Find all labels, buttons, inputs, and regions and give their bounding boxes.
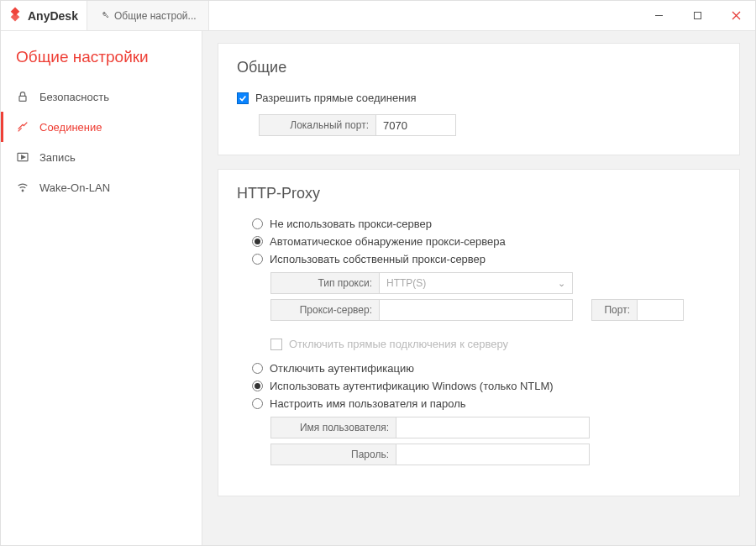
radio-autoproxy[interactable] <box>252 236 263 247</box>
radio-winauth[interactable] <box>252 381 263 391</box>
radio-winauth-label: Использовать аутентификацию Windows (тол… <box>270 380 554 392</box>
svg-rect-1 <box>11 13 20 22</box>
app-brand: AnyDesk <box>28 9 78 23</box>
proxy-pass-input[interactable] <box>396 444 590 465</box>
sidebar-item-connection[interactable]: Соединение <box>1 112 202 142</box>
sidebar-item-security[interactable]: Безопасность <box>1 81 202 112</box>
svg-marker-8 <box>22 155 25 159</box>
proxy-user-label: Имя пользователя: <box>270 417 396 438</box>
panel-proxy: HTTP-Proxy Не использовать прокси-сервер… <box>218 169 740 496</box>
radio-manualproxy[interactable] <box>252 254 263 265</box>
proxy-port-label: Порт: <box>591 299 638 321</box>
proxy-type-label: Тип прокси: <box>270 272 380 294</box>
chevron-down-icon: ⌄ <box>558 278 565 289</box>
app-logo-area: AnyDesk <box>1 1 87 30</box>
lock-icon <box>16 90 29 103</box>
svg-rect-6 <box>19 96 26 101</box>
anydesk-logo-icon <box>8 7 23 24</box>
disable-direct-checkbox[interactable] <box>270 339 282 350</box>
tab-label: Общие настрой... <box>114 10 197 22</box>
svg-rect-3 <box>694 13 701 19</box>
local-port-input[interactable] <box>376 114 456 136</box>
radio-noproxy[interactable] <box>252 218 263 229</box>
proxy-type-select[interactable]: HTTP(S) ⌄ <box>380 272 573 294</box>
radio-autoproxy-label: Автоматическое обнаружение прокси-сервер… <box>270 235 506 248</box>
close-button[interactable] <box>717 1 755 30</box>
disable-direct-label: Отключить прямые подключения к серверу <box>289 338 508 350</box>
play-icon <box>16 150 29 164</box>
proxy-server-label: Прокси-сервер: <box>270 299 380 321</box>
sidebar-item-label: Запись <box>39 151 76 164</box>
proxy-type-value: HTTP(S) <box>386 277 426 289</box>
allow-direct-checkbox[interactable] <box>237 92 249 104</box>
allow-direct-label: Разрешить прямые соединения <box>255 92 417 104</box>
wifi-icon <box>16 181 29 194</box>
radio-noauth[interactable] <box>252 363 263 374</box>
proxy-pass-label: Пароль: <box>270 444 396 465</box>
sidebar-item-recording[interactable]: Запись <box>1 142 202 172</box>
panel-heading: Общие <box>237 59 721 76</box>
svg-point-9 <box>22 190 24 192</box>
window-controls <box>639 1 755 30</box>
sidebar-item-label: Безопасность <box>39 91 109 103</box>
local-port-label: Локальный порт: <box>259 114 376 136</box>
content-area: Общие Разрешить прямые соединения Локаль… <box>202 31 755 545</box>
sidebar-item-label: Соединение <box>39 121 102 134</box>
titlebar: AnyDesk Общие настрой... <box>1 1 755 31</box>
panel-heading: HTTP-Proxy <box>237 185 721 202</box>
radio-customauth[interactable] <box>252 398 263 409</box>
proxy-port-input[interactable] <box>638 299 684 321</box>
maximize-button[interactable] <box>678 1 717 30</box>
radio-manualproxy-label: Использовать собственный прокси-сервер <box>270 253 486 265</box>
radio-noproxy-label: Не использовать прокси-сервер <box>270 218 432 230</box>
sidebar-item-wol[interactable]: Wake-On-LAN <box>1 172 202 202</box>
sidebar: Общие настройки Безопасность Соединение … <box>1 31 202 545</box>
panel-general: Общие Разрешить прямые соединения Локаль… <box>218 43 740 155</box>
proxy-server-input[interactable] <box>380 299 573 321</box>
radio-customauth-label: Настроить имя пользователя и пароль <box>270 397 466 410</box>
connection-icon <box>16 120 29 134</box>
sidebar-item-label: Wake-On-LAN <box>39 181 110 194</box>
minimize-button[interactable] <box>639 1 678 30</box>
wrench-icon <box>99 9 109 22</box>
sidebar-title: Общие настройки <box>1 45 202 81</box>
proxy-user-input[interactable] <box>396 417 590 438</box>
radio-noauth-label: Отключить аутентификацию <box>270 362 414 375</box>
tab-settings[interactable]: Общие настрой... <box>87 1 209 30</box>
